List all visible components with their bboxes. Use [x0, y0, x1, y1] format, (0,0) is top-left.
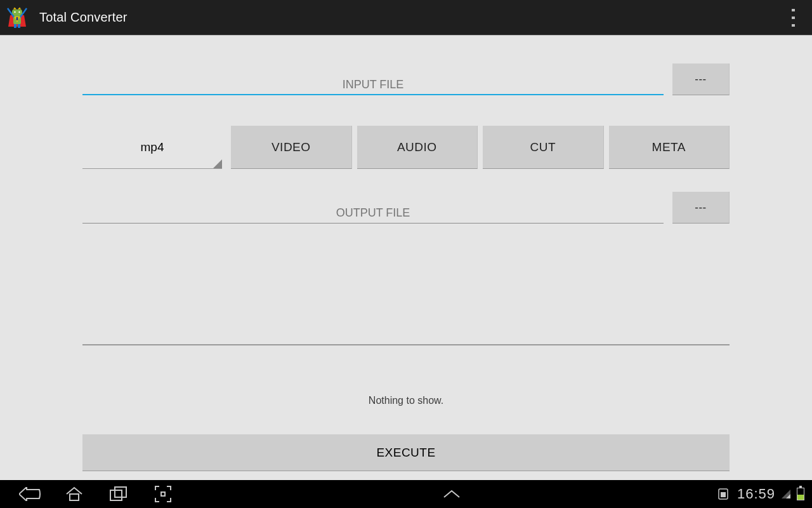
svg-rect-7	[14, 24, 16, 28]
sim-icon	[718, 488, 731, 500]
home-icon[interactable]	[52, 480, 96, 508]
app-title: Total Converter	[39, 10, 128, 25]
video-button[interactable]: VIDEO	[231, 126, 352, 169]
svg-point-1	[14, 11, 15, 12]
divider	[82, 344, 730, 345]
back-icon[interactable]	[8, 480, 52, 508]
format-spinner[interactable]: mp4	[82, 126, 222, 169]
svg-rect-9	[70, 494, 79, 500]
signal-icon	[782, 490, 790, 498]
input-file-row: ---	[82, 64, 730, 95]
system-nav-bar: 16:59	[0, 480, 812, 508]
cut-button[interactable]: CUT	[483, 126, 604, 169]
battery-icon	[797, 488, 804, 500]
app-icon	[4, 4, 30, 31]
svg-rect-11	[115, 487, 126, 497]
audio-button[interactable]: AUDIO	[357, 126, 478, 169]
status-text: Nothing to show.	[82, 395, 730, 406]
svg-rect-4	[16, 17, 18, 20]
meta-button[interactable]: META	[609, 126, 730, 169]
execute-button[interactable]: EXECUTE	[82, 434, 730, 471]
output-file-row: ---	[82, 192, 730, 224]
content: --- mp4 VIDEO AUDIO CUT META --- Nothing…	[0, 36, 812, 480]
svg-rect-12	[161, 492, 165, 496]
svg-rect-10	[110, 490, 122, 500]
svg-rect-8	[18, 24, 20, 28]
action-bar: Total Converter	[0, 0, 812, 36]
options-row: mp4 VIDEO AUDIO CUT META	[82, 126, 730, 169]
expand-arrow-icon[interactable]	[429, 480, 474, 508]
format-spinner-value: mp4	[141, 140, 164, 154]
browse-output-button[interactable]: ---	[672, 192, 730, 224]
input-file-field[interactable]	[82, 75, 664, 95]
svg-rect-14	[721, 492, 726, 497]
output-file-field[interactable]	[82, 203, 664, 224]
svg-rect-0	[12, 10, 22, 15]
svg-point-2	[18, 11, 20, 12]
overflow-menu-icon[interactable]	[783, 8, 803, 28]
screenshot-icon[interactable]	[141, 480, 185, 508]
status-icons: 16:59	[718, 486, 804, 502]
recent-apps-icon[interactable]	[96, 480, 141, 508]
clock-text: 16:59	[737, 486, 775, 502]
browse-input-button[interactable]: ---	[672, 64, 730, 95]
